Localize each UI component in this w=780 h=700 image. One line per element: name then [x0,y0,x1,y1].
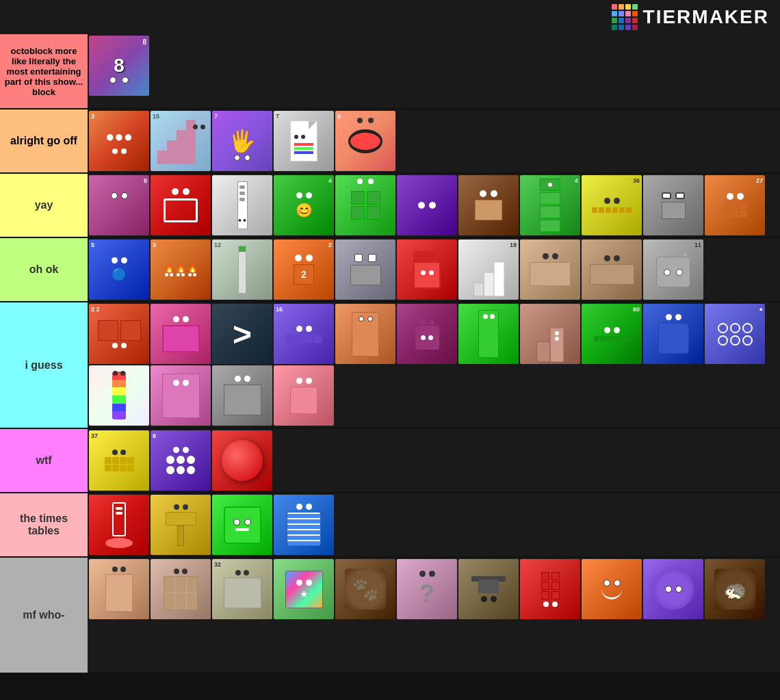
list-item: 2 2 [89,304,149,364]
list-item: 27 [705,175,765,235]
list-item: ★ [274,559,334,619]
tier-label-f: the times tables [0,493,88,556]
logo: TiERMAKER [612,4,769,30]
list-item: 0 [335,111,395,171]
list-item: 3 ●●● [89,111,149,171]
list-item [151,495,211,555]
tier-items-g: 32 ★ [88,558,780,673]
list-item [274,365,334,426]
list-item: 12 [212,239,272,300]
tier-items-e: 37 [88,429,780,492]
logo-cell [612,4,617,10]
list-item: 19 [458,239,519,300]
logo-cell [612,25,617,30]
list-item: > [212,304,272,364]
list-item: 6 [151,430,211,491]
logo-cell [632,4,638,10]
logo-cell [619,18,624,23]
list-item [274,495,334,555]
page-wrapper: TiERMAKER octoblock more like literally … [0,0,780,674]
list-item: 7 🖐 [212,111,272,171]
list-item [520,559,580,619]
list-item [582,559,642,619]
tier-label-b: yay [0,174,88,237]
list-item [151,304,211,364]
list-item [520,304,580,364]
list-item: 2 2 [274,239,334,300]
list-item: 🦔 [705,559,765,619]
logo-grid [612,4,638,30]
list-item [458,559,519,619]
list-item [582,239,642,300]
list-item [151,175,211,235]
list-item: 🐾 [335,559,395,619]
list-item: 11 [643,239,703,300]
tier-row-f: the times tables [0,493,780,558]
logo-cell [619,25,624,30]
tier-row-e: wtf 37 [0,429,780,493]
list-item [520,239,580,300]
header: TiERMAKER [0,0,780,34]
logo-cell [632,25,638,30]
list-item: ● [705,304,765,364]
list-item [151,365,211,426]
list-item: 4 [520,175,580,235]
list-item [397,304,457,364]
logo-cell [612,18,617,23]
list-item: 4 😊 [274,175,334,235]
list-item [643,175,703,235]
list-item [335,239,395,300]
tier-row-s: octoblock more like literally the most e… [0,34,780,109]
list-item [212,430,272,491]
list-item [335,175,395,235]
list-item [151,559,211,619]
tier-label-s: octoblock more like literally the most e… [0,34,88,108]
logo-cell [619,4,624,10]
logo-cell [632,11,638,16]
list-item: 32 [212,559,272,619]
tier-label-c: oh ok [0,238,88,301]
tier-items-c: 5 🔵 3 🔥 [88,238,780,301]
list-item: 15 [151,111,211,171]
tier-row-g: mf who- [0,558,780,674]
logo-cell [625,11,631,16]
tier-label-d: i guess [0,302,88,428]
logo-cell [632,18,638,23]
list-item [397,239,457,300]
logo-cell [619,11,624,16]
list-item [643,304,703,364]
list-item: 36 [582,175,642,235]
tier-row-a: alright go off 3 ●●● 15 [0,109,780,174]
list-item [397,175,457,235]
list-item [212,495,272,555]
list-item: 37 [89,430,149,491]
list-item: 8 8 [89,36,149,96]
list-item [643,559,703,619]
list-item [212,365,272,426]
list-item [89,365,149,426]
list-item [212,175,272,235]
tier-row-d: i guess 2 2 [0,302,780,429]
logo-text: TiERMAKER [643,6,769,28]
list-item: 3 🔥 🔥 🔥 [151,239,211,300]
list-item [89,495,149,555]
list-item: T [274,111,334,171]
tier-items-b: 8 [88,174,780,237]
list-item [89,559,149,619]
list-item [458,175,519,235]
list-item: 8 [89,175,149,235]
list-item [335,304,395,364]
logo-cell [612,11,617,16]
list-item: 5 🔵 [89,239,149,300]
tier-row-b: yay 8 [0,174,780,238]
logo-cell [625,18,631,23]
list-item: 16 [274,304,334,364]
list-item [458,304,519,364]
tier-label-e: wtf [0,429,88,492]
list-item: ? [397,559,457,619]
list-item: 60 [582,304,642,364]
tier-items-s: 8 8 [88,34,780,108]
tier-label-g: mf who- [0,558,88,673]
tier-row-c: oh ok 5 🔵 3 [0,238,780,302]
tier-items-f [88,493,780,556]
